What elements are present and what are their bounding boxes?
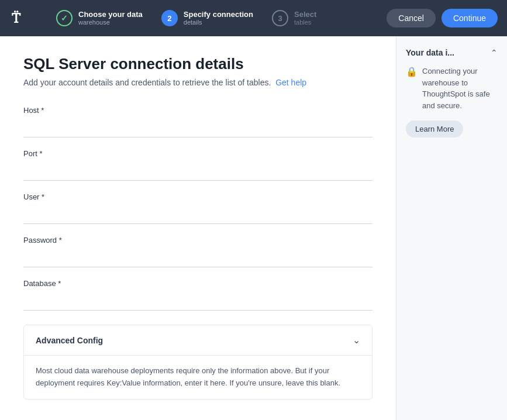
- steps-container: ✓ Choose your data warehouse 2 Specify c…: [47, 5, 387, 32]
- top-nav: T̈ ✓ Choose your data warehouse 2 Specif…: [0, 0, 507, 36]
- step-2-title: Specify connection: [184, 10, 253, 19]
- port-input[interactable]: [23, 161, 373, 181]
- step-2-circle: 2: [161, 10, 178, 26]
- password-input[interactable]: [23, 248, 373, 267]
- subtitle-text: Add your account details and credentials…: [23, 78, 271, 87]
- database-input[interactable]: [23, 291, 373, 311]
- step-2-number: 2: [167, 14, 171, 23]
- main-content: SQL Server connection details Add your a…: [0, 36, 507, 420]
- advanced-config-body: Most cloud data warehouse deployments re…: [24, 355, 372, 399]
- port-label: Port *: [23, 149, 373, 158]
- step-1-circle: ✓: [56, 10, 73, 26]
- continue-button[interactable]: Continue: [442, 9, 498, 27]
- port-field-group: Port *: [23, 149, 373, 181]
- step-1-subtitle: warehouse: [78, 19, 143, 26]
- database-field-group: Database *: [23, 279, 373, 311]
- thoughtspot-logo: T̈: [9, 6, 33, 30]
- user-label: User *: [23, 192, 373, 201]
- logo-area: T̈: [9, 6, 33, 30]
- svg-text:T̈: T̈: [12, 11, 21, 26]
- host-input[interactable]: [23, 118, 373, 137]
- step-select-tables: 3 Select tables: [263, 5, 326, 32]
- database-label: Database *: [23, 279, 373, 288]
- advanced-config-note: Most cloud data warehouse deployments re…: [36, 356, 360, 390]
- advanced-config-title: Advanced Config: [36, 336, 103, 345]
- security-info: 🔒 Connecting your warehouse to ThoughtSp…: [406, 66, 498, 111]
- check-icon: ✓: [61, 13, 68, 23]
- step-3-text: Select tables: [294, 10, 316, 27]
- password-label: Password *: [23, 236, 373, 245]
- step-1-text: Choose your data warehouse: [78, 10, 143, 27]
- chevron-down-icon: ⌄: [353, 335, 360, 346]
- nav-buttons: Cancel Continue: [387, 9, 498, 27]
- step-2-text: Specify connection details: [184, 10, 253, 27]
- advanced-config-section: Advanced Config ⌄ Most cloud data wareho…: [23, 325, 373, 400]
- lock-icon: 🔒: [406, 66, 418, 111]
- step-choose-warehouse: ✓ Choose your data warehouse: [47, 5, 152, 32]
- user-input[interactable]: [23, 205, 373, 224]
- panel-header: Your data i... ⌃: [406, 48, 498, 57]
- step-3-subtitle: tables: [294, 19, 316, 26]
- page-subtitle: Add your account details and credentials…: [23, 78, 373, 87]
- host-field-group: Host *: [23, 106, 373, 137]
- step-2-subtitle: details: [184, 19, 253, 26]
- step-3-number: 3: [278, 14, 282, 23]
- right-panel: Your data i... ⌃ 🔒 Connecting your wareh…: [396, 36, 507, 420]
- step-3-title: Select: [294, 10, 316, 19]
- security-text: Connecting your warehouse to ThoughtSpot…: [422, 66, 498, 111]
- form-section: SQL Server connection details Add your a…: [0, 36, 396, 420]
- panel-title: Your data i...: [406, 48, 454, 57]
- user-field-group: User *: [23, 192, 373, 224]
- advanced-config-toggle[interactable]: Advanced Config ⌄: [24, 325, 372, 355]
- step-3-circle: 3: [272, 10, 288, 26]
- password-field-group: Password *: [23, 236, 373, 267]
- learn-more-button[interactable]: Learn More: [406, 121, 463, 137]
- panel-collapse-button[interactable]: ⌃: [491, 48, 498, 57]
- cancel-button[interactable]: Cancel: [387, 9, 436, 27]
- page-title: SQL Server connection details: [23, 55, 373, 73]
- step-specify-connection: 2 Specify connection details: [152, 5, 263, 32]
- get-help-link[interactable]: Get help: [275, 78, 306, 87]
- step-1-title: Choose your data: [78, 10, 143, 19]
- host-label: Host *: [23, 106, 373, 115]
